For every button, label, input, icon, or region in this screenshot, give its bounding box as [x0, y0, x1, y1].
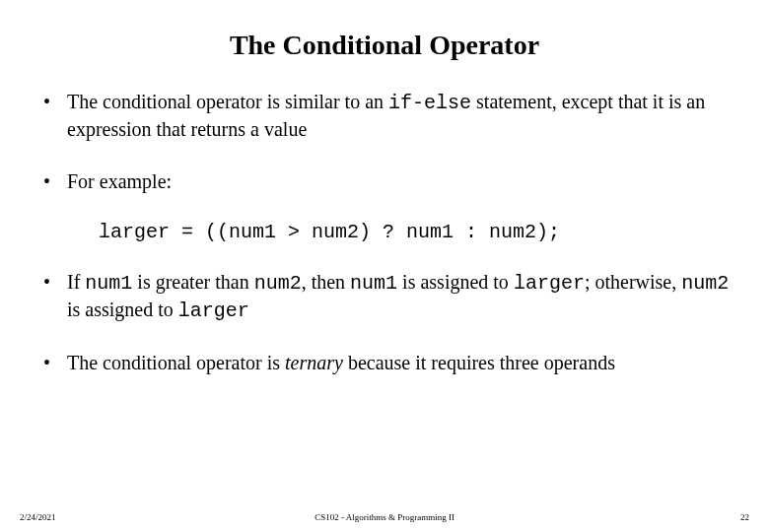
- bullet-list: If num1 is greater than num2, then num1 …: [32, 269, 737, 376]
- bullet-item: For example:: [39, 168, 737, 195]
- bullet-text: For example:: [67, 170, 172, 192]
- bullet-text: is greater than: [132, 271, 253, 293]
- italic-text: ternary: [285, 352, 343, 373]
- bullet-item: If num1 is greater than num2, then num1 …: [39, 269, 737, 324]
- footer-page-number: 22: [740, 512, 749, 522]
- inline-code: num2: [681, 272, 729, 295]
- bullet-list: The conditional operator is similar to a…: [32, 89, 737, 195]
- footer-course: CS102 - Algorithms & Programming II: [0, 512, 769, 522]
- bullet-text: because it requires three operands: [343, 352, 615, 373]
- inline-code: larger: [178, 299, 249, 322]
- inline-code: num1: [350, 272, 397, 295]
- bullet-text: is assigned to: [397, 271, 514, 293]
- bullet-item: The conditional operator is similar to a…: [39, 89, 737, 143]
- bullet-text: is assigned to: [67, 299, 178, 320]
- code-example: larger = ((num1 > num2) ? num1 : num2);: [99, 221, 737, 243]
- bullet-text: The conditional operator is similar to a…: [67, 91, 388, 112]
- bullet-text: If: [67, 271, 85, 293]
- bullet-text: , then: [302, 271, 350, 293]
- bullet-text: The conditional operator is: [67, 352, 285, 373]
- bullet-text: ; otherwise,: [585, 271, 681, 293]
- slide: The Conditional Operator The conditional…: [0, 0, 769, 532]
- inline-code: if-else: [388, 92, 471, 114]
- bullet-item: The conditional operator is ternary beca…: [39, 350, 737, 376]
- inline-code: num2: [254, 272, 302, 295]
- slide-title: The Conditional Operator: [32, 30, 737, 61]
- inline-code: larger: [514, 272, 585, 295]
- inline-code: num1: [85, 272, 132, 295]
